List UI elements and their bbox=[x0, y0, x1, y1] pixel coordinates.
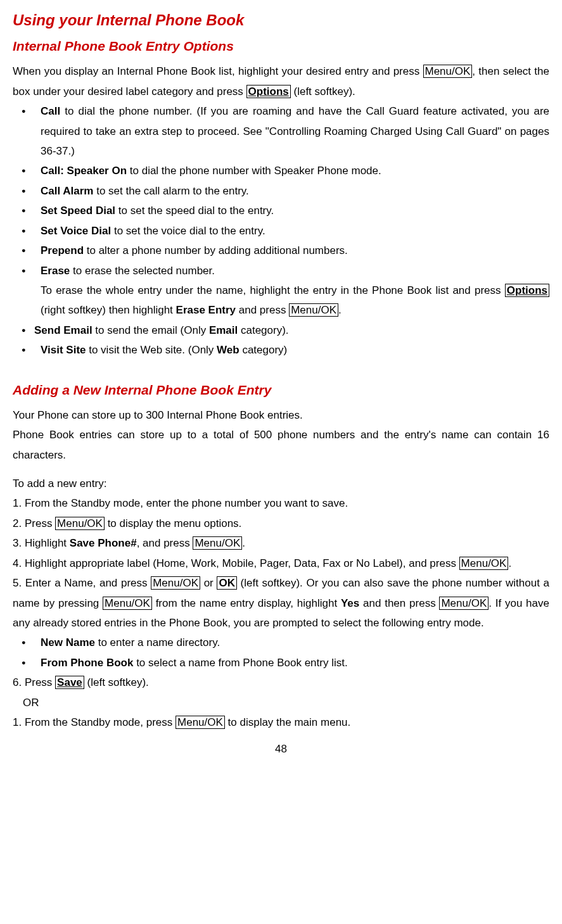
options-list-cont: Send Email to send the email (Only Email… bbox=[13, 320, 549, 360]
list-item: Set Voice Dial to set the voice dial to … bbox=[13, 221, 549, 241]
intro-paragraph: When you display an Internal Phone Book … bbox=[13, 61, 549, 101]
key-menu-ok: Menu/OK bbox=[439, 597, 489, 610]
section-heading-adding: Adding a New Internal Phone Book Entry bbox=[13, 378, 549, 403]
adding-p1: Your Phone can store up to 300 Internal … bbox=[13, 405, 549, 425]
step-item: From the Standby mode, enter the phone n… bbox=[13, 493, 549, 513]
entry-mode-list: New Name to enter a name directory. From… bbox=[13, 633, 549, 673]
key-options: Options bbox=[246, 85, 291, 98]
key-menu-ok: Menu/OK bbox=[151, 576, 200, 590]
list-item: Prepend to alter a phone number by addin… bbox=[13, 241, 549, 260]
key-menu-ok: Menu/OK bbox=[55, 517, 105, 530]
alt-step-1: 1. From the Standby mode, press Menu/OK … bbox=[13, 712, 549, 732]
step-item: Highlight appropriate label (Home, Work,… bbox=[13, 554, 549, 573]
options-list: Call to dial the phone number. (If you a… bbox=[13, 101, 549, 281]
key-menu-ok: Menu/OK bbox=[103, 597, 152, 610]
key-menu-ok: Menu/OK bbox=[289, 303, 338, 317]
list-item: New Name to enter a name directory. bbox=[13, 633, 549, 652]
steps-intro: To add a new entry: bbox=[13, 474, 549, 493]
erase-sub-note: To erase the whole entry under the name,… bbox=[13, 281, 549, 320]
step-item: Enter a Name, and press Menu/OK or OK (l… bbox=[13, 573, 549, 633]
key-ok: OK bbox=[217, 576, 237, 590]
list-item: Call: Speaker On to dial the phone numbe… bbox=[13, 161, 549, 180]
key-menu-ok: Menu/OK bbox=[423, 65, 473, 78]
key-menu-ok: Menu/OK bbox=[193, 536, 242, 550]
list-item: Send Email to send the email (Only Email… bbox=[13, 320, 549, 340]
step-item: Press Menu/OK to display the menu option… bbox=[13, 514, 549, 533]
section-heading-options: Internal Phone Book Entry Options bbox=[13, 34, 549, 59]
list-item: Call to dial the phone number. (If you a… bbox=[13, 101, 549, 161]
list-item: Set Speed Dial to set the speed dial to … bbox=[13, 201, 549, 220]
adding-p2: Phone Book entries can store up to a tot… bbox=[13, 425, 549, 465]
page-number: 48 bbox=[13, 739, 549, 759]
step-item: Highlight Save Phone#, and press Menu/OK… bbox=[13, 533, 549, 553]
list-item: Visit Site to visit the Web site. (Only … bbox=[13, 340, 549, 360]
step-6: 6. Press Save (left softkey). bbox=[13, 673, 549, 692]
list-item: From Phone Book to select a name from Ph… bbox=[13, 653, 549, 673]
steps-list: From the Standby mode, enter the phone n… bbox=[13, 493, 549, 633]
list-item: Call Alarm to set the call alarm to the … bbox=[13, 181, 549, 201]
key-save: Save bbox=[55, 676, 84, 689]
key-menu-ok: Menu/OK bbox=[459, 557, 509, 570]
page-title: Using your Internal Phone Book bbox=[13, 6, 549, 34]
or-text: OR bbox=[13, 693, 549, 712]
key-options: Options bbox=[505, 284, 549, 297]
list-item: Erase to erase the selected number. bbox=[13, 261, 549, 281]
key-menu-ok: Menu/OK bbox=[176, 716, 225, 729]
